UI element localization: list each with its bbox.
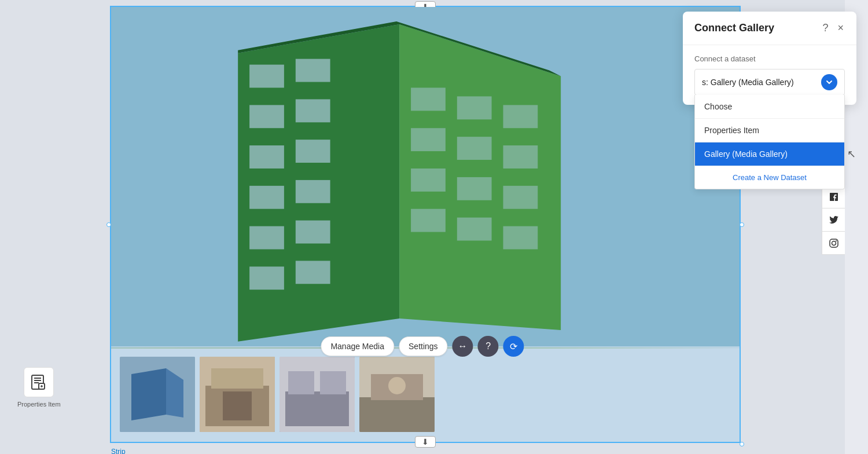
instagram-icon[interactable] [822, 232, 845, 255]
svg-rect-19 [457, 137, 492, 160]
connect-icon: ⟳ [510, 341, 517, 352]
facebook-svg [829, 192, 839, 202]
svg-point-51 [832, 241, 836, 245]
svg-rect-14 [296, 261, 330, 284]
thumbnail-3[interactable] [279, 357, 355, 432]
svg-rect-11 [249, 226, 284, 250]
thumbnail-4[interactable] [359, 357, 435, 432]
chevron-down-svg [826, 79, 833, 86]
settings-button[interactable]: Settings [399, 336, 448, 356]
panel-title: Connect Gallery [694, 22, 774, 34]
panel-header: Connect Gallery ? × [683, 12, 856, 45]
resize-handle-left[interactable] [106, 222, 111, 227]
instagram-svg [829, 238, 839, 248]
svg-rect-37 [288, 371, 314, 394]
svg-rect-44 [34, 378, 41, 379]
dropdown-menu: Choose Properties Item Gallery (Media Ga… [694, 95, 845, 189]
gallery-main-image [111, 7, 740, 349]
dropdown-item-properties[interactable]: Properties Item [695, 119, 844, 142]
svg-rect-26 [503, 226, 538, 250]
manage-media-button[interactable]: Manage Media [321, 336, 394, 356]
properties-icon [24, 367, 54, 397]
svg-rect-38 [320, 371, 346, 394]
properties-svg-icon [30, 373, 48, 391]
svg-rect-12 [296, 221, 330, 244]
thumbnail-1[interactable] [120, 357, 195, 432]
svg-rect-17 [503, 105, 538, 128]
svg-rect-10 [296, 180, 330, 203]
panel-body: Connect a dataset s: Gallery (Media Gall… [683, 45, 856, 105]
gallery-toolbar: Manage Media Settings ↔ ? ⟳ [321, 336, 524, 357]
svg-rect-46 [34, 382, 39, 383]
svg-rect-33 [211, 368, 263, 389]
svg-rect-4 [296, 59, 330, 82]
dropdown-item-gallery[interactable]: Gallery (Media Gallery) ↖ [695, 142, 844, 166]
svg-rect-13 [249, 266, 284, 290]
svg-rect-25 [457, 218, 492, 241]
svg-marker-29 [131, 368, 166, 420]
svg-rect-3 [249, 65, 284, 88]
svg-rect-6 [296, 99, 330, 122]
svg-rect-34 [223, 391, 252, 420]
dataset-dropdown[interactable]: s: Gallery (Media Gallery) Choose Proper… [694, 69, 845, 96]
svg-rect-18 [411, 128, 446, 151]
svg-rect-7 [249, 145, 284, 169]
help-icon: ? [486, 341, 491, 352]
svg-rect-15 [411, 87, 446, 111]
svg-rect-5 [249, 105, 284, 128]
panel-close-icon: × [837, 22, 844, 34]
dropdown-item-choose[interactable]: Choose [695, 95, 844, 119]
thumbnail-2[interactable] [200, 357, 275, 432]
resize-handle-br[interactable] [740, 442, 744, 446]
dropdown-item-create-new[interactable]: Create a New Dataset [695, 166, 844, 189]
dataset-dropdown-text: s: Gallery (Media Gallery) [702, 78, 794, 87]
svg-rect-50 [830, 239, 838, 247]
svg-rect-22 [457, 177, 492, 200]
social-icons [822, 185, 845, 255]
panel-help-button[interactable]: ? [821, 21, 829, 35]
connect-gallery-panel: Connect Gallery ? × Connect a dataset s:… [683, 12, 856, 105]
arrow-icon-button[interactable]: ↔ [453, 336, 473, 357]
help-icon-button[interactable]: ? [478, 336, 499, 357]
svg-rect-23 [503, 186, 538, 209]
svg-point-42 [388, 377, 406, 394]
svg-point-52 [836, 240, 837, 241]
svg-rect-8 [296, 140, 330, 163]
properties-sidebar[interactable]: Properties Item [17, 367, 61, 408]
properties-label: Properties Item [17, 401, 61, 408]
svg-rect-20 [503, 145, 538, 169]
arrow-icon: ↔ [458, 341, 468, 352]
svg-rect-16 [457, 96, 492, 119]
connect-icon-button[interactable]: ⟳ [503, 336, 524, 357]
dropdown-chevron-icon[interactable] [821, 74, 837, 90]
panel-help-icon: ? [822, 22, 828, 34]
twitter-svg [829, 215, 839, 225]
building-svg [111, 7, 740, 347]
svg-rect-36 [285, 391, 349, 426]
download-bottom-icon: ⬇ [422, 437, 429, 446]
panel-close-button[interactable]: × [836, 21, 845, 35]
resize-handle-right[interactable] [740, 222, 744, 227]
dropdown-item-gallery-label: Gallery (Media Gallery) [704, 149, 788, 159]
svg-rect-24 [411, 209, 446, 232]
connect-dataset-label: Connect a dataset [694, 54, 845, 63]
strip-label: Strip [111, 448, 126, 454]
svg-rect-21 [411, 169, 446, 192]
cursor-icon: ↖ [847, 148, 856, 160]
panel-header-icons: ? × [821, 21, 845, 35]
gallery-widget: Wix Pro Gallery 2 ⬇ [110, 6, 741, 443]
resize-handle-bottom[interactable]: ⬇ [415, 436, 436, 448]
svg-rect-40 [359, 397, 435, 432]
svg-rect-9 [249, 186, 284, 209]
svg-rect-45 [34, 380, 41, 381]
gallery-thumbnails [111, 346, 740, 442]
twitter-icon[interactable] [822, 208, 845, 232]
